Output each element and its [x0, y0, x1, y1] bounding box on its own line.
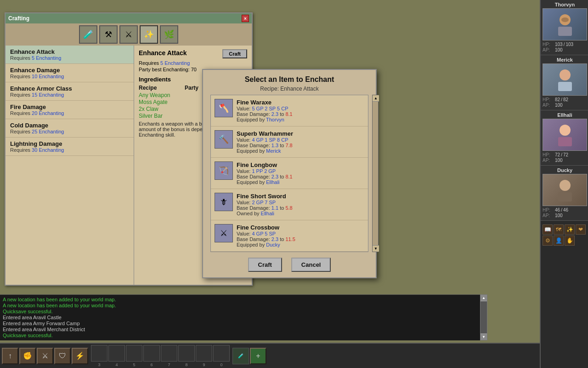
- log-scroll-down[interactable]: ▼: [481, 334, 487, 340]
- item-dmg-max-0: 8.1: [285, 111, 292, 117]
- person-icon[interactable]: 👤: [554, 236, 564, 246]
- scroll-up-arrow[interactable]: ▲: [373, 95, 379, 102]
- enchant-item-3[interactable]: 🗡 Fine Short Sword Value: 2 GP 7 SP Base…: [211, 189, 368, 220]
- enchant-item-1[interactable]: 🔨 Superb Warhammer Value: 4 GP 1 SP 8 CP…: [211, 126, 368, 158]
- recipe-item-2[interactable]: Enhance Armor Class Requires 15 Enchanti…: [6, 82, 134, 101]
- heart-icon[interactable]: ❤: [576, 224, 586, 235]
- ing-party-0: [185, 92, 203, 98]
- magic-icon[interactable]: ✨: [565, 224, 575, 235]
- recipe-req-skill-2: Enchanting: [39, 92, 64, 98]
- svg-rect-1: [558, 27, 572, 36]
- toolbar-plus-btn[interactable]: +: [250, 348, 266, 364]
- hotbar-slots: 3 4 5 6 7 8 9 0: [91, 345, 230, 367]
- recipe-req-amt-2: 15: [32, 92, 37, 98]
- item-dmg-max-4: 11.5: [285, 236, 295, 242]
- recipe-req-skill-4: Enchanting: [39, 129, 64, 134]
- recipe-req-amt-3: 20: [32, 110, 37, 116]
- enchant-item-4[interactable]: ⚔ Fine Crossbow Value: 4 GP 5 SP Base Da…: [211, 220, 368, 252]
- item-dmg-max-1: 7.8: [285, 143, 292, 148]
- item-owner-name-2: Ellhali: [266, 179, 279, 185]
- hotbar-slot-8: 8: [178, 345, 195, 367]
- log-scroll-up[interactable]: ▲: [481, 295, 487, 301]
- portrait-icon-ellhali: [551, 121, 579, 149]
- item-name-3: Fine Short Sword: [237, 193, 364, 200]
- hotbar-slot-icon-6[interactable]: [143, 345, 160, 362]
- recipe-item-0[interactable]: Enhance Attack Requires 5 Enchanting: [6, 46, 134, 64]
- detail-requires: Requires 5 Enchanting: [139, 60, 247, 66]
- recipe-name-1: Enhance Damage: [10, 67, 129, 74]
- hotbar-slot-icon-7[interactable]: [161, 345, 177, 362]
- ap-bar-ducky: AP: 100: [543, 213, 587, 218]
- item-name-1: Superb Warhammer: [237, 130, 364, 137]
- enchant-item-0[interactable]: 🪓 Fine Waraxe Value: 5 GP 2 SP 5 CP Base…: [211, 95, 368, 126]
- gear-icon[interactable]: ⚙: [543, 236, 553, 246]
- recipe-item-1[interactable]: Enhance Damage Requires 10 Enchanting: [6, 64, 134, 82]
- toolbar-attack-btn[interactable]: ✊: [19, 348, 36, 364]
- scroll-down-arrow[interactable]: ▼: [373, 245, 379, 252]
- ing-name-1: Moss Agate: [139, 99, 185, 105]
- char-name-ellhali: Ellhali: [543, 112, 587, 118]
- enchant-cancel-button[interactable]: Cancel: [291, 258, 331, 272]
- item-info-1: Superb Warhammer Value: 4 GP 1 SP 8 CP B…: [237, 130, 364, 154]
- recipe-req-skill-1: Enchanting: [39, 74, 64, 79]
- toolbar-shield-btn[interactable]: 🛡: [54, 348, 71, 364]
- ing-name-3: Silver Bar: [139, 113, 185, 119]
- hotbar-slot-icon-3[interactable]: [91, 345, 107, 362]
- hotbar-slot-icon-8[interactable]: [178, 345, 195, 362]
- hp-bar-thorvyn: HP: 103/103: [543, 42, 587, 47]
- detail-req-amt: 5: [160, 60, 163, 66]
- recipe-name-3: Fire Damage: [10, 104, 129, 110]
- char-portrait-ducky: Ducky HP: 46/46 AP: 100: [541, 166, 588, 221]
- char-portrait-thorvyn: Thorvyn HP: 103/103 AP: 100: [541, 0, 588, 55]
- recipe-req-3: Requires 20 Enchanting: [10, 110, 129, 116]
- recipe-item-3[interactable]: Fire Damage Requires 20 Enchanting: [6, 101, 134, 119]
- item-value-text-3: 2 GP 7 SP: [252, 200, 276, 205]
- enchant-craft-button[interactable]: Craft: [248, 258, 282, 272]
- tab-smithing[interactable]: ⚒: [99, 25, 118, 44]
- hand-icon[interactable]: ✋: [565, 236, 575, 246]
- enchant-item-list: 🪓 Fine Waraxe Value: 5 GP 2 SP 5 CP Base…: [210, 95, 368, 252]
- enchant-item-2[interactable]: 🏹 Fine Longbow Value: 1 PP 2 GP Base Dam…: [211, 158, 368, 189]
- tab-weapons[interactable]: ⚔: [119, 25, 138, 44]
- recipe-req-skill-3: Enchanting: [39, 110, 64, 116]
- recipe-item-4[interactable]: Cold Damage Requires 25 Enchanting: [6, 119, 134, 138]
- char-name-merick: Merick: [543, 57, 587, 63]
- hotbar-slot-num-5: 5: [133, 362, 135, 367]
- item-icon-4: ⚔: [215, 224, 233, 242]
- recipe-req-5: Requires 30 Enchanting: [10, 147, 129, 153]
- item-info-2: Fine Longbow Value: 1 PP 2 GP Base Damag…: [237, 161, 364, 185]
- enchant-footer: Craft Cancel: [203, 252, 376, 277]
- toolbar-arrow-btn[interactable]: ↑: [2, 348, 18, 364]
- log-entry-4: Entered area Army Forward Camp: [3, 321, 484, 326]
- toolbar-sword-btn[interactable]: ⚔: [37, 348, 53, 364]
- craft-button[interactable]: Craft: [222, 49, 247, 58]
- log-scrollbar[interactable]: ▲ ▼: [480, 294, 487, 340]
- ing-col-recipe: Recipe: [139, 85, 185, 91]
- hotbar-slot-icon-5[interactable]: [126, 345, 142, 362]
- book-icon[interactable]: 📖: [543, 224, 553, 235]
- log-entry-2: Quicksave successful.: [3, 309, 484, 314]
- item-icon-1: 🔨: [215, 130, 233, 149]
- toolbar-skills-btn[interactable]: ⚡: [72, 348, 88, 364]
- portrait-icon-thorvyn: [551, 11, 579, 38]
- item-value-0: Value: 5 GP 2 SP 5 CP: [237, 106, 364, 111]
- recipe-req-amt-5: 30: [32, 147, 37, 153]
- tab-nature[interactable]: 🌿: [160, 25, 178, 44]
- hotbar-slot-icon-9[interactable]: [196, 345, 212, 362]
- tab-alchemy[interactable]: 🧪: [79, 25, 97, 44]
- char-portrait-merick: Merick HP: 82/82 AP: 100: [541, 55, 588, 110]
- hotbar-slot-icon-4[interactable]: [108, 345, 125, 362]
- enchant-header: Select an Item to Enchant Recipe: Enhanc…: [203, 70, 376, 95]
- item-owner-3: Owned by Ellhali: [237, 211, 364, 216]
- ing-party-3: [185, 113, 203, 119]
- hotbar-slot-icon-0[interactable]: [213, 345, 230, 362]
- potion-icon[interactable]: 🧪: [232, 348, 249, 364]
- crafting-tabs: 🧪 ⚒ ⚔ ✨ 🌿: [6, 23, 252, 46]
- tab-enchanting[interactable]: ✨: [140, 25, 158, 44]
- item-value-4: Value: 4 GP 5 SP: [237, 231, 364, 236]
- recipe-item-5[interactable]: Lightning Damage Requires 30 Enchanting: [6, 138, 134, 156]
- map-icon[interactable]: 🗺: [554, 224, 564, 235]
- hotbar-slot-4: 4: [108, 345, 125, 367]
- close-button[interactable]: ×: [242, 15, 249, 22]
- enchant-scrollbar[interactable]: ▲ ▼: [372, 95, 379, 252]
